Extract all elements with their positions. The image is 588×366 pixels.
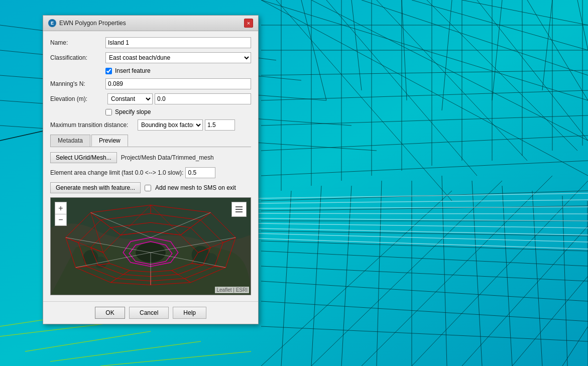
svg-rect-147 — [236, 209, 243, 210]
map-zoom-controls: + − — [55, 202, 67, 226]
name-row: Name: — [50, 37, 251, 48]
svg-line-111 — [151, 205, 181, 235]
transition-type-select[interactable]: Bounding box factor Absolute distance — [138, 119, 203, 131]
zoom-in-button[interactable]: + — [55, 202, 67, 214]
svg-line-133 — [121, 231, 151, 235]
svg-line-142 — [151, 253, 225, 268]
svg-line-139 — [91, 212, 151, 237]
preview-content: Select UGrid/Mesh... Project/Mesh Data/T… — [50, 152, 251, 295]
dialog-title: EWN Polygon Properties — [59, 20, 126, 27]
svg-line-74 — [259, 213, 588, 214]
map-container: + − Leaflet | ESRI — [50, 197, 251, 295]
elevation-label: Elevation (m): — [50, 95, 105, 102]
select-mesh-button[interactable]: Select UGrid/Mesh... — [50, 152, 117, 163]
svg-line-131 — [110, 227, 121, 235]
svg-line-125 — [172, 271, 178, 275]
help-button[interactable]: Help — [173, 307, 206, 319]
close-button[interactable]: × — [244, 19, 253, 28]
cancel-button[interactable]: Cancel — [129, 307, 169, 319]
mannings-label: Manning's N: — [50, 80, 105, 87]
transition-value-input[interactable] — [205, 119, 235, 131]
add-new-mesh-checkbox[interactable] — [145, 185, 151, 191]
specify-slope-row: Specify slope — [105, 108, 251, 115]
svg-line-120 — [91, 212, 103, 253]
svg-line-145 — [76, 253, 151, 268]
svg-rect-146 — [236, 206, 243, 207]
dialog-footer: OK Cancel Help — [43, 301, 258, 324]
svg-line-132 — [181, 227, 191, 235]
element-area-row: Element area change limit (fast 0.0 <-->… — [50, 167, 251, 178]
tab-preview[interactable]: Preview — [91, 135, 128, 147]
map-attribution: Leaflet | ESRI — [215, 287, 249, 293]
svg-line-130 — [191, 220, 201, 227]
tabs-container: Metadata Preview — [50, 135, 251, 147]
elevation-row: Elevation (m): Constant Variable — [50, 93, 251, 104]
ewn-polygon-properties-dialog: E EWN Polygon Properties × Name: Classif… — [43, 15, 259, 324]
insert-feature-row: Insert feature — [105, 67, 251, 74]
mesh-select-row: Select UGrid/Mesh... Project/Mesh Data/T… — [50, 152, 251, 163]
tab-metadata[interactable]: Metadata — [50, 135, 90, 147]
insert-feature-checkbox[interactable] — [105, 68, 112, 74]
dialog-body: Name: Classification: East coast beach/d… — [43, 31, 258, 301]
add-new-mesh-label: Add new mesh to SMS on exit — [155, 184, 236, 191]
dialog-titlebar: E EWN Polygon Properties × — [43, 16, 258, 31]
classification-select[interactable]: East coast beach/dune West coast beach E… — [105, 52, 251, 63]
dialog-title-left: E EWN Polygon Properties — [48, 19, 126, 27]
svg-line-126 — [123, 271, 130, 275]
map-layers-button[interactable] — [231, 202, 247, 217]
insert-feature-label: Insert feature — [115, 67, 151, 74]
svg-line-127 — [98, 264, 110, 265]
svg-line-124 — [192, 264, 203, 265]
mannings-row: Manning's N: — [50, 78, 251, 89]
svg-line-129 — [101, 220, 111, 227]
elevation-type-select[interactable]: Constant Variable — [107, 93, 153, 104]
svg-line-134 — [151, 231, 181, 235]
transition-label: Maximum transition distance: — [50, 121, 136, 129]
svg-line-110 — [121, 205, 151, 235]
classification-label: Classification: — [50, 54, 105, 61]
mesh-path: Project/Mesh Data/Trimmed_mesh — [121, 154, 214, 161]
specify-slope-label: Specify slope — [115, 108, 151, 115]
generate-row: Generate mesh with feature... Add new me… — [50, 182, 251, 193]
svg-rect-148 — [236, 211, 243, 212]
elevation-value-input[interactable] — [155, 93, 251, 104]
name-input[interactable] — [105, 37, 251, 48]
name-label: Name: — [50, 39, 105, 46]
ok-button[interactable]: OK — [95, 307, 125, 319]
transition-row: Maximum transition distance: Bounding bo… — [50, 119, 251, 131]
zoom-out-button[interactable]: − — [55, 214, 67, 226]
classification-row: Classification: East coast beach/dune We… — [50, 52, 251, 63]
element-area-input[interactable] — [185, 167, 215, 178]
specify-slope-checkbox[interactable] — [105, 109, 112, 115]
mannings-input[interactable] — [105, 78, 251, 89]
element-area-label: Element area change limit (fast 0.0 <-->… — [50, 169, 183, 176]
map-mesh-overlay — [51, 198, 251, 295]
dialog-icon: E — [48, 19, 56, 27]
svg-line-140 — [151, 212, 210, 237]
generate-mesh-button[interactable]: Generate mesh with feature... — [50, 182, 141, 193]
